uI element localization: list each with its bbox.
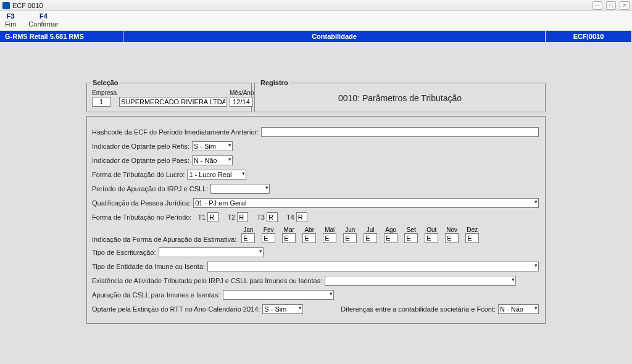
apur-csll-label: Apuração da CSLL para Imunes e Isentas: bbox=[92, 291, 220, 299]
forma-lucro-select[interactable] bbox=[187, 170, 246, 180]
workspace: Seleção Empresa Mês/Ano bbox=[0, 42, 632, 364]
window-title: ECF 0010 bbox=[12, 2, 592, 9]
paes-select[interactable] bbox=[192, 155, 233, 165]
atividade-label: Existência de Atividade Tributada pelo I… bbox=[92, 277, 322, 284]
periodo-select[interactable] bbox=[210, 184, 270, 194]
paes-label: Indicador de Optante pelo Paes: bbox=[92, 157, 189, 164]
t2-label: T2 bbox=[227, 213, 235, 221]
atividade-select[interactable] bbox=[325, 276, 516, 286]
month-header-ago: Ago bbox=[383, 226, 399, 233]
month-input-dez[interactable] bbox=[465, 233, 479, 243]
month-input-out[interactable] bbox=[425, 233, 438, 243]
menu-f4[interactable]: F4 Confirmar bbox=[28, 12, 58, 28]
month-header-jun: Jun bbox=[342, 226, 358, 233]
selecao-legend: Seleção bbox=[91, 79, 120, 86]
t2-input[interactable] bbox=[237, 212, 248, 222]
rtt-label: Optante pela Extinção do RTT no Ano-Cale… bbox=[92, 305, 260, 313]
t1-input[interactable] bbox=[207, 212, 218, 222]
t3-input[interactable] bbox=[267, 212, 278, 222]
tipo-escrit-label: Tipo de Escrituração: bbox=[92, 249, 156, 256]
refis-label: Indicador de Optante pelo Refis: bbox=[92, 143, 189, 150]
mesano-input[interactable] bbox=[230, 97, 253, 107]
blue-bar-center: Contabilidade bbox=[123, 31, 546, 42]
rtt-select[interactable] bbox=[262, 304, 303, 314]
tipo-entidade-select[interactable] bbox=[207, 262, 539, 271]
month-header-dez: Dez bbox=[464, 226, 480, 233]
month-input-mar[interactable] bbox=[282, 233, 296, 243]
empresa-nome-input bbox=[119, 97, 227, 107]
menu-f4-label: Confirmar bbox=[28, 20, 58, 28]
window-titlebar: ECF 0010 — □ ✕ bbox=[0, 0, 632, 11]
month-input-jun[interactable] bbox=[343, 233, 357, 243]
month-header-out: Out bbox=[423, 226, 439, 233]
empresa-label: Empresa bbox=[92, 89, 117, 96]
month-input-jul[interactable] bbox=[364, 233, 377, 243]
month-header-mai: Mai bbox=[322, 226, 338, 233]
blue-bar-right: ECF|0010 bbox=[546, 31, 632, 42]
close-icon[interactable]: ✕ bbox=[620, 1, 630, 10]
month-header-nov: Nov bbox=[444, 226, 460, 233]
t4-input[interactable] bbox=[296, 212, 307, 222]
blue-bar: G-RMS Retail 5.681 RMS Contabilidade ECF… bbox=[0, 31, 632, 42]
indic-estim-label: Indicação da Forma de Apuração da Estima… bbox=[92, 236, 236, 243]
month-header-jan: Jan bbox=[240, 226, 256, 233]
refis-select[interactable] bbox=[192, 141, 233, 151]
tipo-escrit-select[interactable] bbox=[159, 247, 264, 257]
maximize-icon[interactable]: □ bbox=[606, 1, 616, 10]
month-header-fev: Fev bbox=[260, 226, 276, 233]
forma-periodo-label: Forma de Tributação no Período: bbox=[92, 213, 191, 221]
blue-bar-left: G-RMS Retail 5.681 RMS bbox=[0, 31, 123, 42]
mesano-label: Mês/Ano bbox=[230, 89, 254, 96]
group-registro: Registro 0010: Parâmetros de Tributação bbox=[254, 83, 546, 112]
menu-f3-key: F3 bbox=[5, 12, 16, 20]
month-input-set[interactable] bbox=[404, 233, 418, 243]
month-header-set: Set bbox=[403, 226, 419, 233]
menu-f3[interactable]: F3 Fim bbox=[5, 12, 16, 28]
app-icon bbox=[2, 2, 10, 9]
dif-label: Diferenças entre a contabilidade societá… bbox=[341, 305, 496, 313]
registro-title: 0010: Parâmetros de Tributação bbox=[338, 93, 462, 103]
t3-label: T3 bbox=[257, 213, 265, 221]
group-main: Hashcode da ECF do Período Imediatamente… bbox=[86, 116, 546, 324]
qualif-select[interactable] bbox=[193, 198, 539, 208]
empresa-cod-input[interactable] bbox=[92, 97, 110, 107]
menu-bar: F3 Fim F4 Confirmar bbox=[0, 11, 632, 31]
month-input-nov[interactable] bbox=[445, 233, 459, 243]
menu-f3-label: Fim bbox=[5, 20, 16, 28]
month-input-mai[interactable] bbox=[323, 233, 336, 243]
month-header-jul: Jul bbox=[362, 226, 378, 233]
month-input-abr[interactable] bbox=[302, 233, 316, 243]
month-header-abr: Abr bbox=[301, 226, 317, 233]
hashcode-input[interactable] bbox=[261, 127, 539, 137]
tipo-entidade-label: Tipo de Entidade da Imune ou Isenta: bbox=[92, 263, 205, 270]
registro-legend: Registro bbox=[259, 79, 290, 86]
t1-label: T1 bbox=[198, 213, 206, 221]
dif-select[interactable] bbox=[498, 304, 539, 314]
apur-csll-select[interactable] bbox=[223, 290, 334, 300]
month-input-ago[interactable] bbox=[384, 233, 397, 243]
month-input-fev[interactable] bbox=[262, 233, 275, 243]
group-selecao: Seleção Empresa Mês/Ano bbox=[86, 83, 252, 112]
month-input-jan[interactable] bbox=[241, 233, 255, 243]
periodo-label: Período de Apuração do IRPJ e CSLL: bbox=[92, 185, 208, 192]
qualif-label: Qualificação da Pessoa Jurídica: bbox=[92, 199, 191, 207]
month-header-mar: Mar bbox=[281, 226, 297, 233]
forma-lucro-label: Forma de Tributação do Lucro: bbox=[92, 171, 185, 178]
hashcode-label: Hashcode da ECF do Período Imediatamente… bbox=[92, 128, 259, 136]
t4-label: T4 bbox=[286, 213, 294, 221]
menu-f4-key: F4 bbox=[28, 12, 58, 20]
minimize-icon[interactable]: — bbox=[592, 1, 602, 10]
